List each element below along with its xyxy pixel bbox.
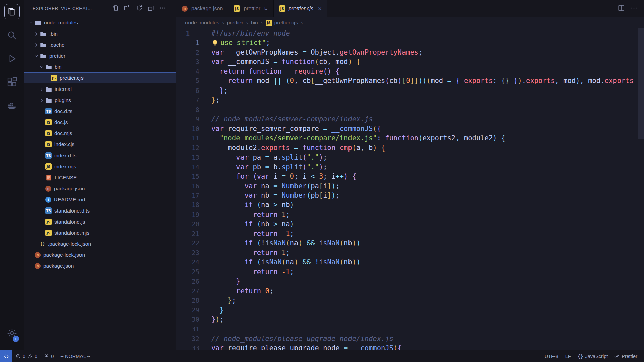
chevron-right-icon[interactable]	[33, 42, 40, 48]
code-line[interactable]: 19 return 1;	[176, 210, 644, 219]
code-line[interactable]: 32// node_modules/please-upgrade-node/in…	[176, 334, 644, 343]
tab-package.json[interactable]: n package.json	[176, 0, 228, 17]
code-line[interactable]: 21 return -1;	[176, 229, 644, 238]
status-eol[interactable]: LF	[562, 350, 574, 362]
refresh-explorer-button[interactable]	[136, 5, 143, 13]
tree-item[interactable]: node_modules	[24, 17, 176, 28]
code-line[interactable]: 7};	[176, 95, 644, 105]
tree-item[interactable]: npackage.json	[24, 183, 176, 194]
activity-item-search[interactable]	[0, 23, 24, 47]
code-line[interactable]: 27 return 0;	[176, 286, 644, 296]
code-line[interactable]: 30});	[176, 315, 644, 324]
breadcrumb-item[interactable]: bin	[251, 20, 258, 26]
chevron-right-icon[interactable]	[38, 98, 45, 103]
code-text: for (var i = 0; i < 3; i++) {	[211, 172, 356, 181]
code-line[interactable]: 17 var nb = Number(pb[i]);	[176, 191, 644, 200]
breadcrumb-item[interactable]: node_modules	[185, 20, 219, 26]
code-text: return 0;	[211, 286, 273, 296]
breadcrumb-item[interactable]: ...	[306, 20, 310, 26]
code-line[interactable]: 29 }	[176, 305, 644, 315]
tab-prettier[interactable]: JS prettier ↳	[228, 0, 273, 17]
tree-item[interactable]: TSdoc.d.ts	[24, 106, 176, 117]
code-line[interactable]: 12 module2.exports = function cmp(a, b) …	[176, 143, 644, 153]
status-problems[interactable]: 0 0	[12, 350, 41, 362]
split-editor-button[interactable]	[618, 5, 625, 13]
code-line[interactable]: 8	[176, 105, 644, 114]
code-line[interactable]: 4 return function __require() {	[176, 67, 644, 76]
tree-item[interactable]: TSstandalone.d.ts	[24, 205, 176, 216]
status-encoding[interactable]: UTF-8	[541, 350, 562, 362]
lightbulb-icon[interactable]	[211, 39, 219, 47]
activity-item-run-debug[interactable]	[0, 47, 24, 70]
code-line[interactable]: 26 }	[176, 277, 644, 286]
chevron-down-icon[interactable]	[27, 20, 35, 25]
tree-item[interactable]: bin	[24, 61, 176, 72]
code-line[interactable]: 25 return -1;	[176, 267, 644, 277]
chevron-right-icon[interactable]	[38, 86, 45, 92]
tree-item[interactable]: internal	[24, 83, 176, 95]
activity-item-extensions[interactable]	[0, 70, 24, 94]
chevron-down-icon[interactable]	[33, 53, 40, 59]
editor-more-actions-button[interactable]	[631, 5, 637, 13]
code-line[interactable]: 5 return mod || (0, cb[__getOwnPropNames…	[176, 76, 644, 85]
breadcrumb-item[interactable]: prettier	[227, 20, 243, 26]
tree-item[interactable]: TSindex.d.ts	[24, 150, 176, 161]
tree-item[interactable]: JSstandalone.mjs	[24, 227, 176, 238]
tree-item[interactable]: prettier	[24, 50, 176, 61]
new-file-button[interactable]	[112, 5, 119, 13]
status-formatter[interactable]: Prettier	[611, 350, 641, 362]
code-editor[interactable]: 1#!/usr/bin/env node1use strict";2var __…	[176, 28, 644, 350]
js-file-icon: JS	[45, 141, 52, 147]
remote-indicator[interactable]	[0, 350, 12, 362]
activity-item-settings[interactable]: 1	[0, 322, 24, 346]
tree-item[interactable]: npackage.json	[24, 260, 176, 272]
code-line[interactable]: 18 if (na > nb)	[176, 200, 644, 209]
code-line[interactable]: 14 var pb = b.split(".");	[176, 162, 644, 172]
tree-item[interactable]: {}.package-lock.json	[24, 238, 176, 249]
tree-item[interactable]: JSstandalone.js	[24, 216, 176, 227]
status-broadcast[interactable]: 0	[41, 350, 57, 362]
close-tab-icon[interactable]: ×	[318, 5, 322, 12]
code-line[interactable]: 13 var pa = a.split(".");	[176, 153, 644, 162]
tree-item[interactable]: npackage-lock.json	[24, 249, 176, 260]
status-vim-mode[interactable]: -- NORMAL --	[57, 350, 94, 362]
code-line[interactable]: 10var require_semver_compare = __commonJ…	[176, 124, 644, 133]
tree-item[interactable]: JSindex.cjs	[24, 139, 176, 150]
tree-item[interactable]: .bin	[24, 28, 176, 39]
tab-prettier.cjs[interactable]: JS prettier.cjs ×	[274, 0, 327, 17]
breadcrumb-item[interactable]: JSprettier.cjs	[266, 20, 298, 26]
tree-item[interactable]: LICENSE	[24, 172, 176, 183]
code-line[interactable]: 33var require_please_upgrade_node = __co…	[176, 343, 644, 350]
code-line[interactable]: 6 };	[176, 86, 644, 95]
tree-item[interactable]: JSindex.mjs	[24, 161, 176, 172]
activity-item-docker[interactable]	[0, 94, 24, 117]
tree-item[interactable]: .cache	[24, 39, 176, 50]
code-line[interactable]: 9// node_modules/semver-compare/index.js	[176, 114, 644, 124]
chevron-down-icon[interactable]	[38, 64, 45, 70]
activity-item-explorer[interactable]	[0, 0, 24, 23]
sticky-code-line[interactable]: 1#!/usr/bin/env node	[176, 28, 644, 38]
code-line[interactable]: 11 "node_modules/semver-compare/index.js…	[176, 133, 644, 143]
code-line[interactable]: 2var __getOwnPropNames = Object.getOwnPr…	[176, 48, 644, 57]
code-line[interactable]: 31	[176, 324, 644, 334]
code-line[interactable]: 15 for (var i = 0; i < 3; i++) {	[176, 172, 644, 181]
tree-item[interactable]: JSdoc.js	[24, 117, 176, 128]
tree-item[interactable]: plugins	[24, 95, 176, 106]
editor-scrollbar[interactable]	[638, 28, 644, 139]
tree-item[interactable]: JSprettier.cjs	[24, 72, 176, 83]
new-folder-button[interactable]	[124, 5, 131, 13]
code-line[interactable]: 28 };	[176, 296, 644, 305]
code-line[interactable]: 22 if (!isNaN(na) && isNaN(nb))	[176, 238, 644, 248]
code-line[interactable]: 20 if (nb > na)	[176, 219, 644, 229]
collapse-folders-button[interactable]	[148, 5, 154, 13]
code-line[interactable]: 24 if (isNaN(na) && !isNaN(nb))	[176, 257, 644, 267]
tree-item[interactable]: JSdoc.mjs	[24, 128, 176, 139]
chevron-right-icon[interactable]	[33, 31, 40, 37]
code-line[interactable]: 23 return 1;	[176, 248, 644, 257]
code-line[interactable]: 3var __commonJS = function(cb, mod) {	[176, 57, 644, 66]
status-language[interactable]: {} JavaScript	[574, 350, 611, 362]
tree-item[interactable]: iREADME.md	[24, 194, 176, 205]
code-line[interactable]: 1use strict";	[176, 38, 644, 47]
code-line[interactable]: 16 var na = Number(pa[i]);	[176, 181, 644, 191]
more-actions-button[interactable]	[159, 5, 166, 13]
